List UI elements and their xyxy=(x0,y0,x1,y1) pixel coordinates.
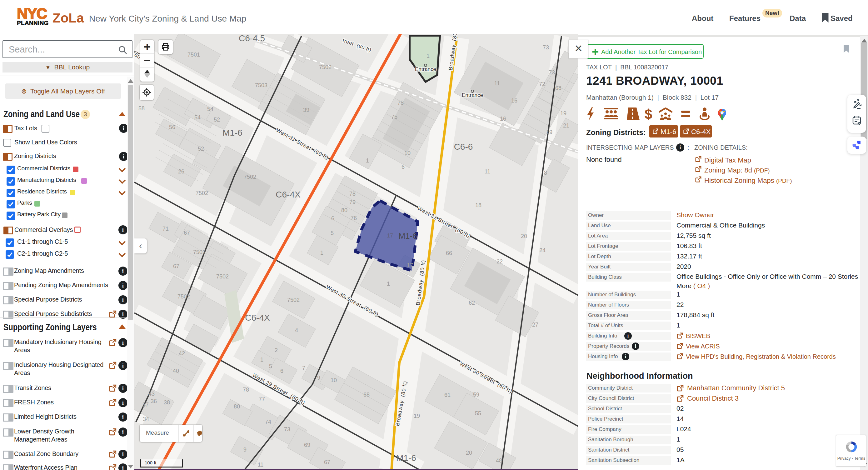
svg-text:1: 1 xyxy=(366,157,369,164)
svg-text:24: 24 xyxy=(539,247,546,253)
svg-text:7502: 7502 xyxy=(244,174,256,180)
svg-text:67: 67 xyxy=(324,459,330,465)
svg-text:7502: 7502 xyxy=(216,274,229,280)
svg-text:80: 80 xyxy=(341,207,347,214)
svg-text:7502: 7502 xyxy=(287,297,300,303)
svg-text:52: 52 xyxy=(214,117,220,123)
svg-text:67: 67 xyxy=(173,263,179,270)
svg-text:26: 26 xyxy=(178,168,184,175)
svg-text:78: 78 xyxy=(349,191,355,197)
svg-text:48: 48 xyxy=(496,458,502,464)
svg-text:16: 16 xyxy=(500,116,506,122)
svg-text:27: 27 xyxy=(532,321,538,328)
svg-text:7503: 7503 xyxy=(255,82,268,88)
svg-text:72: 72 xyxy=(539,81,545,87)
svg-text:42: 42 xyxy=(179,350,185,356)
svg-text:Entrance: Entrance xyxy=(415,66,436,72)
svg-text:74: 74 xyxy=(265,419,271,425)
svg-text:22: 22 xyxy=(496,258,503,265)
svg-text:1: 1 xyxy=(387,281,390,287)
svg-text:36: 36 xyxy=(151,398,157,404)
svg-text:7502: 7502 xyxy=(178,293,190,300)
svg-text:21: 21 xyxy=(563,123,569,129)
svg-text:68: 68 xyxy=(363,391,370,398)
svg-text:43: 43 xyxy=(148,390,155,397)
svg-text:58: 58 xyxy=(138,105,145,112)
svg-text:54: 54 xyxy=(207,106,213,112)
svg-text:73: 73 xyxy=(549,69,555,75)
svg-text:6: 6 xyxy=(402,164,405,170)
svg-text:C6-4.5: C6-4.5 xyxy=(239,34,265,43)
svg-text:78: 78 xyxy=(243,386,249,393)
svg-text:10: 10 xyxy=(331,377,337,383)
svg-text:10: 10 xyxy=(404,150,410,156)
svg-text:7: 7 xyxy=(302,365,305,371)
svg-text:80: 80 xyxy=(234,403,240,410)
svg-text:11: 11 xyxy=(494,80,500,87)
svg-text:20: 20 xyxy=(521,233,527,239)
svg-text:40: 40 xyxy=(173,368,179,374)
svg-text:17: 17 xyxy=(407,262,413,269)
svg-text:56: 56 xyxy=(169,124,175,130)
svg-text:73: 73 xyxy=(543,44,549,51)
svg-text:C6-4X: C6-4X xyxy=(245,313,270,322)
svg-text:19: 19 xyxy=(560,110,566,117)
svg-text:1: 1 xyxy=(320,250,323,256)
svg-text:$: $ xyxy=(645,107,652,121)
svg-text:59: 59 xyxy=(473,391,479,398)
svg-text:Entrance: Entrance xyxy=(462,92,483,98)
svg-text:19: 19 xyxy=(414,413,420,419)
svg-text:11: 11 xyxy=(258,462,264,468)
svg-text:77: 77 xyxy=(259,396,265,402)
svg-text:17: 17 xyxy=(387,232,393,239)
svg-text:7501: 7501 xyxy=(187,52,200,58)
svg-text:M1-6: M1-6 xyxy=(396,453,416,463)
svg-text:61: 61 xyxy=(444,392,451,398)
svg-text:37: 37 xyxy=(143,402,149,408)
svg-text:7502: 7502 xyxy=(195,190,208,196)
svg-text:4: 4 xyxy=(295,327,298,334)
svg-text:M1-6: M1-6 xyxy=(222,128,243,137)
svg-text:C6-4X: C6-4X xyxy=(276,190,301,199)
svg-text:52: 52 xyxy=(198,146,204,152)
svg-text:C6-6: C6-6 xyxy=(454,142,473,152)
svg-text:2: 2 xyxy=(275,347,278,353)
svg-text:39: 39 xyxy=(303,107,309,113)
svg-text:38: 38 xyxy=(164,399,170,406)
svg-text:11: 11 xyxy=(485,168,491,175)
svg-text:16: 16 xyxy=(511,97,518,104)
svg-text:19: 19 xyxy=(546,129,552,135)
svg-text:34: 34 xyxy=(143,416,149,422)
svg-text:8: 8 xyxy=(544,170,547,176)
svg-text:68: 68 xyxy=(555,85,561,91)
svg-text:6: 6 xyxy=(280,368,283,374)
svg-text:54: 54 xyxy=(194,114,200,121)
svg-text:71: 71 xyxy=(162,226,169,232)
svg-text:55: 55 xyxy=(475,410,481,416)
svg-text:78: 78 xyxy=(398,100,404,106)
svg-text:18: 18 xyxy=(475,202,482,209)
svg-text:67: 67 xyxy=(184,230,190,236)
svg-text:20: 20 xyxy=(466,450,472,456)
svg-text:79: 79 xyxy=(349,199,355,205)
svg-text:75: 75 xyxy=(391,114,398,120)
svg-text:7502: 7502 xyxy=(319,64,332,70)
svg-text:5: 5 xyxy=(269,363,272,369)
svg-text:5: 5 xyxy=(331,230,334,236)
svg-text:66: 66 xyxy=(446,250,452,256)
svg-text:1: 1 xyxy=(260,356,264,363)
svg-text:9: 9 xyxy=(317,375,320,381)
svg-text:76: 76 xyxy=(350,215,357,221)
svg-text:1: 1 xyxy=(427,53,430,59)
svg-text:7502: 7502 xyxy=(193,249,206,255)
svg-text:6: 6 xyxy=(331,215,334,222)
svg-text:69: 69 xyxy=(304,442,310,448)
svg-text:62: 62 xyxy=(469,300,475,306)
svg-text:9: 9 xyxy=(243,446,247,453)
svg-text:73: 73 xyxy=(284,426,290,433)
svg-text:M1-6: M1-6 xyxy=(398,231,417,241)
